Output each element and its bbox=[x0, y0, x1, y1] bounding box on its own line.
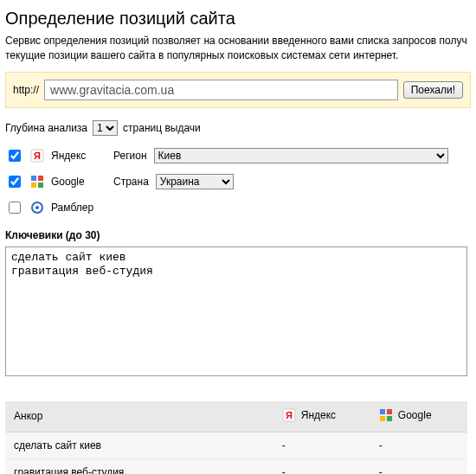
yandex-icon: Я bbox=[282, 408, 296, 422]
keywords-textarea[interactable] bbox=[5, 247, 467, 376]
cell-google: - bbox=[370, 458, 467, 474]
go-button[interactable]: Поехали! bbox=[403, 81, 463, 99]
col-yandex-label: Яндекс bbox=[301, 409, 336, 421]
cell-google: - bbox=[370, 432, 467, 458]
svg-rect-12 bbox=[380, 416, 385, 421]
table-row: гравитация веб-студия-- bbox=[5, 458, 467, 474]
keywords-label: Ключевики (до 30) bbox=[5, 229, 471, 241]
depth-suffix: страниц выдачи bbox=[123, 122, 201, 134]
url-label: http:// bbox=[13, 84, 39, 96]
engine-row-rambler: Рамблер bbox=[5, 198, 471, 217]
svg-rect-4 bbox=[31, 183, 36, 188]
cell-yandex: - bbox=[273, 432, 370, 458]
svg-text:Я: Я bbox=[286, 410, 293, 420]
svg-point-7 bbox=[35, 206, 39, 209]
engine-name-google: Google bbox=[51, 176, 101, 188]
engine-checkbox-rambler[interactable] bbox=[9, 202, 21, 214]
svg-rect-3 bbox=[38, 176, 43, 181]
depth-select[interactable]: 1 bbox=[93, 120, 118, 136]
engine-row-google: GoogleСтранаУкраина bbox=[5, 172, 471, 191]
engine-name-yandex: Яндекс bbox=[51, 150, 101, 162]
rambler-icon bbox=[30, 201, 44, 215]
google-icon bbox=[30, 175, 44, 189]
yandex-icon: Я bbox=[30, 149, 44, 163]
google-icon bbox=[379, 408, 393, 422]
svg-rect-13 bbox=[387, 416, 392, 421]
depth-line: Глубина анализа 1 страниц выдачи bbox=[5, 120, 471, 136]
url-bar: http:// Поехали! bbox=[5, 72, 471, 108]
cell-anchor: сделать сайт киев bbox=[5, 432, 273, 458]
engine-field-select-google[interactable]: Украина bbox=[156, 174, 234, 189]
cell-yandex: - bbox=[273, 458, 370, 474]
col-google-label: Google bbox=[398, 409, 432, 421]
engine-name-rambler: Рамблер bbox=[51, 202, 101, 214]
col-yandex-header: Я Яндекс bbox=[273, 401, 370, 432]
engine-field-label-google: Страна bbox=[113, 176, 149, 188]
cell-anchor: гравитация веб-студия bbox=[5, 458, 273, 474]
page-title: Определение позиций сайта bbox=[5, 9, 471, 29]
svg-rect-11 bbox=[387, 409, 392, 414]
svg-rect-10 bbox=[380, 409, 385, 414]
engine-row-yandex: ЯЯндексРегионКиев bbox=[5, 146, 471, 165]
intro-text: Сервис определения позиций позволяет на … bbox=[5, 34, 471, 63]
table-row: сделать сайт киев-- bbox=[5, 432, 467, 458]
svg-rect-5 bbox=[38, 183, 43, 188]
engine-checkbox-google[interactable] bbox=[9, 176, 21, 188]
svg-rect-2 bbox=[31, 176, 36, 181]
col-google-header: Google bbox=[370, 401, 467, 432]
engine-checkbox-yandex[interactable] bbox=[9, 150, 21, 162]
url-input[interactable] bbox=[44, 80, 398, 100]
col-anchor-header: Анкор bbox=[5, 401, 273, 432]
depth-prefix: Глубина анализа bbox=[5, 122, 87, 134]
results-table: Анкор Я Яндекс Google сделать сайт киев-… bbox=[5, 401, 467, 474]
engine-field-select-yandex[interactable]: Киев bbox=[154, 148, 448, 163]
svg-text:Я: Я bbox=[34, 151, 41, 161]
engine-field-label-yandex: Регион bbox=[113, 150, 147, 162]
